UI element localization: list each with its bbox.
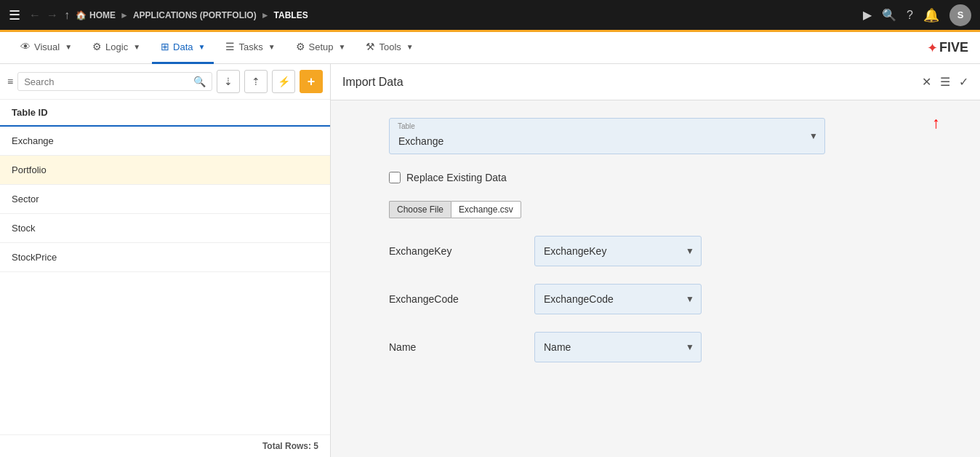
replace-existing-row: Replace Existing Data xyxy=(389,172,922,183)
name-label: Name xyxy=(389,341,505,353)
breadcrumb-applications[interactable]: APPLICATIONS (PORTFOLIO) xyxy=(133,10,257,20)
logo-star-icon: ✦ xyxy=(927,40,938,56)
logic-chevron: ▼ xyxy=(133,43,140,51)
main-content: ≡ 🔍 ⇣ ⇡ ⚡ + Table ID Exchange Portfolio … xyxy=(0,64,980,457)
tools-icon: ⚒ xyxy=(366,41,375,52)
visual-chevron: ▼ xyxy=(65,43,72,51)
confirm-button[interactable]: ✓ xyxy=(959,75,968,89)
search-input[interactable] xyxy=(24,76,193,87)
exchangecode-row: ExchangeCode ExchangeCode ▼ xyxy=(389,284,922,314)
add-button[interactable]: + xyxy=(300,70,323,93)
breadcrumb-home-label: HOME xyxy=(89,10,116,20)
table-row[interactable]: Exchange xyxy=(0,127,330,156)
back-button[interactable]: ← xyxy=(29,9,41,22)
breadcrumb-tables[interactable]: TABLES xyxy=(274,10,308,20)
table-list: Exchange Portfolio Sector Stock StockPri… xyxy=(0,127,330,434)
nav-tasks[interactable]: ☰ Tasks ▼ xyxy=(217,32,284,64)
search-icon[interactable]: 🔍 xyxy=(193,76,206,87)
exchangekey-select[interactable]: ExchangeKey xyxy=(534,236,702,266)
nav-setup[interactable]: ⚙ Setup ▼ xyxy=(287,32,355,64)
logic-icon: ⚙ xyxy=(92,41,102,52)
exchangecode-select[interactable]: ExchangeCode xyxy=(534,284,702,314)
right-panel: Import Data ✕ ☰ ✓ ↑ Table Exchange ▼ xyxy=(331,64,980,457)
tasks-chevron: ▼ xyxy=(268,43,276,51)
name-select[interactable]: Name xyxy=(534,332,702,362)
logo-text: FIVE xyxy=(939,40,968,55)
panel-header-actions: ✕ ☰ ✓ xyxy=(922,75,968,89)
table-row[interactable]: Portfolio xyxy=(0,156,330,185)
exchangekey-select-wrapper: ExchangeKey ▼ xyxy=(534,236,702,266)
table-row[interactable]: Sector xyxy=(0,185,330,214)
nav-logic[interactable]: ⚙ Logic ▼ xyxy=(84,32,149,64)
download-button[interactable]: ⇣ xyxy=(217,70,240,93)
flash-button[interactable]: ⚡ xyxy=(272,70,295,93)
secondary-navigation: 👁 Visual ▼ ⚙ Logic ▼ ⊞ Data ▼ ☰ Tasks ▼ … xyxy=(0,32,980,64)
sidebar-footer: Total Rows: 5 xyxy=(0,434,330,457)
help-button[interactable]: ? xyxy=(907,9,913,22)
up-button[interactable]: ↑ xyxy=(64,9,70,22)
panel-header: Import Data ✕ ☰ ✓ xyxy=(331,64,980,100)
visual-icon: 👁 xyxy=(20,41,31,52)
setup-icon: ⚙ xyxy=(296,41,305,52)
table-column-header: Table ID xyxy=(0,100,330,127)
top-nav-actions: ▶ 🔍 ? 🔔 S xyxy=(863,4,971,26)
filter-icon[interactable]: ≡ xyxy=(7,76,13,87)
breadcrumb-sep-2: ► xyxy=(261,10,270,20)
replace-existing-label[interactable]: Replace Existing Data xyxy=(406,172,507,183)
user-avatar[interactable]: S xyxy=(949,4,971,26)
sidebar: ≡ 🔍 ⇣ ⇡ ⚡ + Table ID Exchange Portfolio … xyxy=(0,64,331,457)
exchangecode-label: ExchangeCode xyxy=(389,293,505,305)
breadcrumb-home[interactable]: 🏠 HOME xyxy=(76,10,116,20)
exchangecode-select-wrapper: ExchangeCode ▼ xyxy=(534,284,702,314)
top-navigation: ☰ ← → ↑ 🏠 HOME ► APPLICATIONS (PORTFOLIO… xyxy=(0,0,980,32)
search-button[interactable]: 🔍 xyxy=(882,8,896,22)
setup-chevron: ▼ xyxy=(339,43,346,51)
form-content: Table Exchange ▼ Replace Existing Data C… xyxy=(331,100,980,380)
nav-visual[interactable]: 👁 Visual ▼ xyxy=(12,32,81,64)
exchangekey-label: ExchangeKey xyxy=(389,245,505,257)
home-icon: 🏠 xyxy=(76,10,87,20)
breadcrumb-sep-1: ► xyxy=(120,10,129,20)
hamburger-menu[interactable]: ☰ xyxy=(9,7,20,23)
panel-title: Import Data xyxy=(342,76,922,89)
five-logo: ✦ FIVE xyxy=(927,40,968,56)
file-input-row: Choose File Exchange.csv xyxy=(389,201,922,218)
tasks-icon: ☰ xyxy=(225,41,235,52)
breadcrumb-applications-label: APPLICATIONS (PORTFOLIO) xyxy=(133,10,257,20)
table-select[interactable]: Exchange xyxy=(389,118,825,154)
forward-button[interactable]: → xyxy=(47,9,58,22)
replace-existing-checkbox[interactable] xyxy=(389,172,401,183)
choose-file-button[interactable]: Choose File xyxy=(389,201,451,218)
data-icon: ⊞ xyxy=(161,41,169,52)
name-row: Name Name ▼ xyxy=(389,332,922,362)
name-select-wrapper: Name ▼ xyxy=(534,332,702,362)
nav-tools[interactable]: ⚒ Tools ▼ xyxy=(357,32,422,64)
close-button[interactable]: ✕ xyxy=(922,75,931,89)
play-button[interactable]: ▶ xyxy=(863,8,872,22)
breadcrumb-tables-label: TABLES xyxy=(274,10,308,20)
file-name-display: Exchange.csv xyxy=(451,201,521,218)
nav-data[interactable]: ⊞ Data ▼ xyxy=(152,32,214,64)
sidebar-toolbar: ≡ 🔍 ⇣ ⇡ ⚡ + xyxy=(0,64,330,100)
search-box: 🔍 xyxy=(17,72,212,91)
table-row[interactable]: StockPrice xyxy=(0,243,330,272)
menu-button[interactable]: ☰ xyxy=(940,75,950,89)
tools-chevron: ▼ xyxy=(406,43,414,51)
table-field: Table Exchange ▼ xyxy=(389,118,922,154)
breadcrumb: 🏠 HOME ► APPLICATIONS (PORTFOLIO) ► TABL… xyxy=(76,10,308,20)
data-chevron: ▼ xyxy=(198,43,206,51)
notifications-button[interactable]: 🔔 xyxy=(923,7,939,23)
table-select-wrapper: Table Exchange ▼ xyxy=(389,118,825,154)
exchangekey-row: ExchangeKey ExchangeKey ▼ xyxy=(389,236,922,266)
table-row[interactable]: Stock xyxy=(0,214,330,243)
upload-button[interactable]: ⇡ xyxy=(244,70,268,93)
